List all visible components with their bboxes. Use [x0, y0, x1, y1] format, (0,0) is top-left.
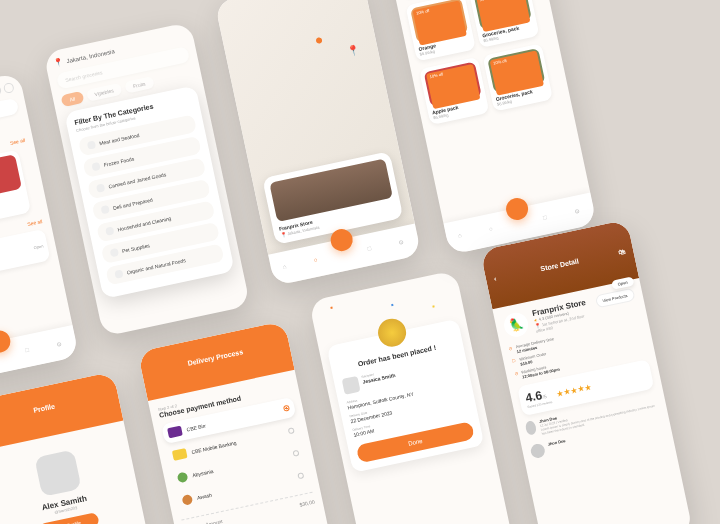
cart-icon[interactable]: □ — [25, 346, 34, 355]
screen-map: ● 📍 Franprix Store 📍 Jakarta, Indonesia … — [215, 0, 422, 286]
search-icon[interactable]: ○ — [313, 256, 322, 265]
bell-icon[interactable] — [3, 82, 15, 94]
clock-icon: ◷ — [514, 371, 519, 381]
see-all-link[interactable]: See all — [9, 137, 25, 147]
settings-icon[interactable]: ⚙ — [398, 238, 407, 247]
order-card: Order has been placed ! RecipientJessica… — [327, 319, 485, 473]
product-card[interactable]: 10% offGroceries, pack$6.99/kg — [482, 43, 553, 111]
back-icon[interactable]: ‹ — [493, 274, 497, 281]
success-badge-icon — [375, 316, 408, 349]
recipient-avatar — [342, 376, 361, 395]
screen-categories: 📍Jakarta, Indonesia Search groceries All… — [43, 22, 250, 337]
screen-order: Order has been placed ! RecipientJessica… — [309, 270, 516, 524]
product-card[interactable]: ★ 4.3 Tomato Jakarta — [0, 149, 31, 224]
see-all-link[interactable]: See all — [27, 218, 43, 228]
view-products-button[interactable]: View Products — [594, 288, 635, 309]
store-logo: 🦜 — [502, 310, 530, 338]
map-pin-icon[interactable]: ● — [313, 31, 325, 48]
cart-icon[interactable]: 🛍 — [617, 247, 625, 255]
screen-delivery: Delivery Process Step 2 of 2 Choose paym… — [138, 321, 345, 524]
home-icon[interactable]: ⌂ — [282, 262, 291, 271]
filter-modal: Filter By The Categories Choose from the… — [64, 85, 235, 299]
settings-icon[interactable]: ⚙ — [56, 339, 65, 348]
reviewer-avatar — [525, 420, 538, 436]
product-card[interactable]: 10% offApple pack$6.99/kg — [419, 57, 490, 125]
screen-store-detail: Store Detail ‹ 🛍 Open 🦜 Franprix Store ★… — [480, 219, 693, 524]
bottom-nav: ⌂ ○ □ ⚙ — [0, 325, 79, 387]
reviewer-avatar — [529, 442, 546, 459]
star-rating: ★★★★★ — [556, 382, 592, 398]
profile-avatar[interactable] — [34, 449, 81, 496]
avatar[interactable] — [0, 85, 2, 97]
screen-store: 🦜 Franprix Store ★ 4.3 (360 reviews) 📍 1… — [386, 0, 597, 255]
nearby-item[interactable]: ★ 4.3 Red Pepper $6.99/kg Open — [0, 229, 51, 288]
map-pin-icon[interactable]: 📍 — [346, 43, 360, 56]
radio-icon — [283, 405, 290, 412]
product-card[interactable]: 10% offGroceries, pack$6.99/kg — [469, 0, 540, 48]
product-card[interactable]: 10% offOrange$6.99/kg — [405, 0, 476, 62]
bag-icon: ▢ — [511, 358, 517, 369]
cart-icon[interactable]: □ — [367, 244, 376, 253]
clock-icon: ◷ — [508, 345, 513, 355]
